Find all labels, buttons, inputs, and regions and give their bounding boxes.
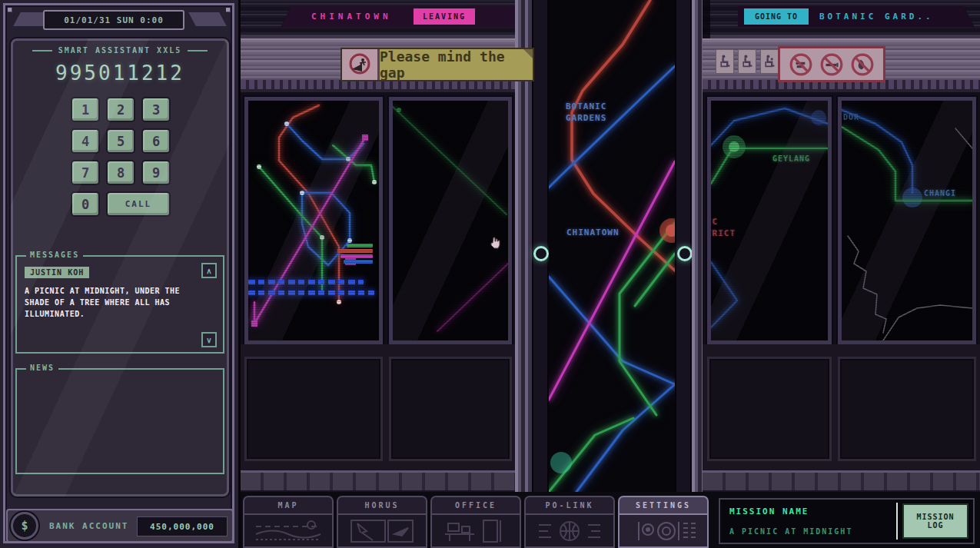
office-icon bbox=[430, 513, 521, 548]
datetime-display: 01/01/31 SUN 0:00 bbox=[43, 10, 184, 30]
glow-text-row bbox=[248, 291, 374, 295]
mission-name: A PICNIC AT MIDNIGHT bbox=[729, 527, 852, 536]
no-smoking-icon bbox=[819, 52, 844, 77]
po-link-icon bbox=[524, 513, 615, 548]
priority-seat-icon bbox=[738, 49, 756, 74]
priority-seat-signs bbox=[716, 49, 779, 74]
no-flammables-icon bbox=[850, 52, 875, 77]
mural-label-botanic: BOTANIC bbox=[566, 101, 606, 111]
screw-icon bbox=[8, 8, 12, 12]
bottom-hud: MAP HORUS OFFICE bbox=[241, 492, 980, 548]
message-sender-item[interactable]: JUSTIN KOH bbox=[25, 267, 89, 278]
currency-coin-icon: $ bbox=[11, 512, 38, 540]
keypad-7[interactable]: 7 bbox=[71, 160, 100, 185]
map-legend-row bbox=[347, 244, 373, 247]
station-sign-destination: GOING TO BOTANIC GARD.. bbox=[738, 6, 975, 27]
no-food-icon bbox=[789, 52, 813, 77]
tab-settings[interactable]: SETTINGS bbox=[618, 496, 709, 548]
prohibition-signs-panel bbox=[778, 46, 885, 82]
settings-icon bbox=[618, 513, 709, 548]
scroll-down-button[interactable]: ∨ bbox=[201, 332, 217, 347]
door-button-icon bbox=[533, 246, 549, 261]
horus-icon bbox=[337, 513, 427, 548]
metro-map-lines bbox=[248, 101, 379, 340]
platform-mural-view: BOTANIC GARDENS CHINATOWN bbox=[549, 0, 675, 492]
keypad-9[interactable]: 9 bbox=[141, 160, 171, 185]
lower-wall-right bbox=[703, 344, 980, 470]
game-screen: 01/01/31 SUN 0:00 SMART ASSISTANT XXL5 9… bbox=[0, 0, 980, 548]
tab-map[interactable]: MAP bbox=[243, 496, 334, 548]
chevron-down-icon: ∨ bbox=[206, 336, 211, 344]
tab-settings-label: SETTINGS bbox=[618, 496, 709, 513]
window-changi: CHANGI DOR bbox=[838, 97, 976, 344]
mural-label-gardens: GARDENS bbox=[566, 113, 606, 123]
going-to-badge: GOING TO bbox=[744, 8, 809, 25]
mind-the-gap-sign: Please mind the gap bbox=[341, 48, 534, 81]
keypad-4[interactable]: 4 bbox=[71, 128, 100, 154]
door-edge-right bbox=[675, 0, 692, 492]
partial-text-line: TRICT bbox=[707, 228, 736, 239]
mission-heading: MISSION NAME bbox=[729, 506, 809, 516]
wall-panel bbox=[838, 357, 976, 461]
screw-icon bbox=[226, 8, 231, 12]
window-geylang: GEYLANG IC TRICT bbox=[707, 97, 832, 344]
window-dark bbox=[389, 97, 512, 344]
keypad-1[interactable]: 1 bbox=[71, 97, 100, 122]
label-changi: CHANGI bbox=[924, 189, 956, 198]
call-button[interactable]: CALL bbox=[106, 191, 171, 217]
partial-text-line: IC bbox=[707, 216, 736, 228]
tab-po-link-label: PO-LINK bbox=[524, 496, 615, 513]
keypad-5[interactable]: 5 bbox=[106, 128, 135, 154]
scroll-up-button[interactable]: ∧ bbox=[201, 263, 217, 278]
tab-office[interactable]: OFFICE bbox=[430, 496, 521, 548]
news-panel-label: NEWS bbox=[26, 364, 58, 372]
keypad-6[interactable]: 6 bbox=[141, 128, 171, 154]
mural-label-chinatown: CHINATOWN bbox=[566, 228, 620, 237]
gap-warning-text: Please mind the gap bbox=[380, 49, 533, 80]
keypad-3[interactable]: 3 bbox=[141, 97, 171, 122]
tab-office-label: OFFICE bbox=[430, 496, 521, 513]
dialed-number-display: 995011212 bbox=[11, 61, 229, 85]
dollar-symbol: $ bbox=[21, 519, 28, 533]
mission-log-button[interactable]: MISSION LOG bbox=[902, 503, 968, 539]
tab-horus[interactable]: HORUS bbox=[337, 496, 427, 548]
tab-po-link[interactable]: PO-LINK bbox=[524, 496, 615, 548]
mission-divider bbox=[896, 503, 898, 540]
label-geylang: GEYLANG bbox=[772, 154, 810, 163]
station-sign-current: CHINATOWN LEAVING bbox=[281, 6, 528, 27]
map-legend-row bbox=[337, 249, 373, 253]
wall-panel bbox=[707, 357, 832, 461]
news-panel: NEWS bbox=[15, 368, 224, 474]
keypad-2[interactable]: 2 bbox=[106, 97, 135, 122]
messages-panel: MESSAGES JUSTIN KOH A PICNIC AT MIDNIGHT… bbox=[15, 255, 224, 354]
door-leaf-right bbox=[692, 0, 703, 492]
door-button-icon bbox=[677, 246, 693, 261]
tab-map-label: MAP bbox=[243, 496, 334, 513]
girder-left bbox=[241, 470, 515, 493]
label-partial-top: DOR bbox=[843, 113, 859, 121]
map-icon bbox=[243, 513, 334, 548]
leaving-status-badge: LEAVING bbox=[414, 8, 475, 25]
keypad-0[interactable]: 0 bbox=[71, 191, 100, 217]
glow-text-row bbox=[248, 280, 364, 284]
wall-panel bbox=[244, 357, 383, 461]
faint-neon-lines bbox=[393, 101, 508, 340]
gap-warning-icon bbox=[342, 49, 380, 80]
chevron-up-icon: ∧ bbox=[206, 267, 211, 275]
mission-panel: MISSION NAME A PICNIC AT MIDNIGHT MISSIO… bbox=[719, 498, 975, 544]
messages-panel-label: MESSAGES bbox=[26, 251, 83, 259]
map-legend bbox=[337, 244, 373, 264]
current-station-text: CHINATOWN bbox=[311, 12, 392, 22]
bank-balance-value: 450,000,000 bbox=[137, 516, 228, 536]
destination-text: BOTANIC GARD.. bbox=[819, 12, 934, 22]
girder-right bbox=[703, 470, 980, 493]
changi-neon-lines bbox=[842, 101, 972, 340]
priority-seat-icon bbox=[760, 49, 779, 74]
window-metro-map bbox=[244, 97, 383, 344]
label-district-partial: IC TRICT bbox=[707, 216, 736, 239]
phone-keypad: 1 2 3 4 5 6 7 8 9 0 CALL bbox=[71, 97, 171, 217]
priority-seat-icon bbox=[716, 49, 734, 74]
tab-horus-label: HORUS bbox=[337, 496, 427, 513]
wall-panel bbox=[389, 357, 512, 461]
keypad-8[interactable]: 8 bbox=[106, 160, 135, 185]
